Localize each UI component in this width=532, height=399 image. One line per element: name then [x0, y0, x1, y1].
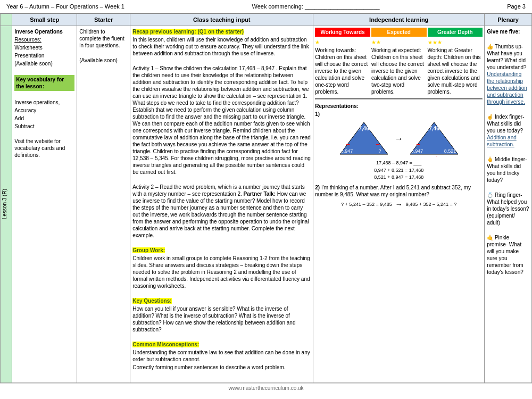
- rep1-triangles: 17,468 8,947 – ? – → 1: [315, 120, 483, 158]
- column-headers: Small step Starter Class teaching input …: [1, 14, 532, 26]
- small-step-cell: Inverse Operations Resources: Worksheets…: [12, 26, 77, 383]
- svg-text:–: –: [376, 140, 379, 148]
- plenary-header: Plenary: [485, 14, 532, 26]
- plenary-title: Give me five:: [487, 29, 520, 35]
- key-vocab-label: Key vocabulary for the lesson:: [14, 75, 74, 91]
- rep1-equations: 17,468 – 8,947 = ___ 8,947 + 8,521 = 17,…: [315, 160, 483, 181]
- triangle-left-svg: 17,468 8,947 – ? –: [337, 120, 390, 157]
- lesson-label: Lesson 3 (R): [1, 187, 9, 221]
- pinkie-label: 🤙 Pinkie promise- What will you make sur…: [487, 234, 529, 276]
- small-step-header: Small step: [12, 14, 77, 26]
- group-work-body: Children work in small groups to complet…: [132, 255, 311, 289]
- header-left: Year 6 – Autumn – Four Operations – Week…: [6, 3, 124, 10]
- rep2-arrow: →: [395, 200, 403, 209]
- svg-text:–: –: [416, 140, 420, 148]
- activity1: Activity 1 – Show the children the calcu…: [132, 65, 311, 176]
- wt-body: Working towards: Children on this sheet …: [315, 47, 370, 95]
- resource-presentation: Presentation: [14, 52, 74, 59]
- recap-body: In this lesson, children will use their …: [132, 36, 311, 57]
- lesson-label-cell: Lesson 3 (R): [1, 26, 12, 383]
- gd-content: ★★★ Working at Greater depth: Children o…: [428, 39, 483, 96]
- vocab-accuracy: Accuracy: [14, 107, 74, 114]
- main-row: Lesson 3 (R) Inverse Operations Resource…: [1, 26, 532, 383]
- rep2-eq2: 9,485 + 352 – 5,241 = ?: [406, 202, 457, 207]
- triangle-right-svg: 17,468 8,947 + 8,521 –: [408, 120, 461, 157]
- activity2-start: Activity 2 – Read the word problem, whic…: [132, 184, 311, 239]
- exp-star: ★★: [371, 39, 381, 45]
- exp-body: Working at expected: Children on this sh…: [371, 47, 427, 95]
- thumb-label: 👍 Thumbs up- What have you learnt? What …: [487, 43, 529, 105]
- footer-bar: www.masterthecurriculum.co.uk: [0, 383, 532, 393]
- vocab-add: Add: [14, 115, 74, 122]
- middle-label: 🖕 Middle finger- What skills did you fin…: [487, 156, 529, 184]
- greater-depth-label: Greater Depth: [428, 28, 483, 37]
- resources-label: Resources:: [14, 37, 41, 43]
- header-bar: Year 6 – Autumn – Four Operations – Week…: [0, 0, 532, 13]
- triangle-left: 17,468 8,947 – ? –: [337, 120, 390, 158]
- exp-content: ★★ Working at expected: Children on this…: [371, 39, 427, 96]
- thumb-link: Understanding the relationship between a…: [487, 71, 527, 105]
- wt-star: ★: [315, 39, 320, 45]
- gd-col: Greater Depth: [428, 28, 483, 37]
- small-step-title: Inverse Operations: [14, 29, 63, 35]
- indep-content-cols: ★ Working towards: Children on this shee…: [315, 39, 483, 96]
- misconception-body2: Correctly forming number sentences to de…: [132, 364, 311, 371]
- exp-col: Expected: [371, 28, 427, 37]
- starter-available: (Available soon): [79, 57, 128, 64]
- partner-talk: Partner Talk:: [244, 191, 276, 197]
- misconception-body1: Understanding the commutative law to see…: [132, 349, 311, 363]
- misconception-label: Common Misconceptions:: [132, 342, 199, 347]
- svg-text:–: –: [346, 140, 350, 148]
- resource-worksheets: Worksheets: [14, 44, 74, 51]
- representations-label: Representations:: [315, 103, 359, 109]
- lesson-col-header: [1, 14, 12, 26]
- rep2-text: I'm thinking of a number. After I add 5,…: [315, 185, 471, 197]
- gd-body: Working at Greater depth: Children on th…: [428, 47, 483, 95]
- wt-content: ★ Working towards: Children on this shee…: [315, 39, 370, 96]
- svg-text:17,468: 17,468: [426, 126, 442, 131]
- main-table: Small step Starter Class teaching input …: [0, 13, 532, 383]
- ring-label: 💍 Ring finger- What helped you in today'…: [487, 192, 529, 226]
- gd-star: ★★★: [428, 39, 442, 45]
- triangle-right: 17,468 8,947 + 8,521 –: [408, 120, 461, 158]
- index-label: ☝ Index finger- What skills did you use …: [487, 113, 529, 148]
- key-q-body: How can you tell if your answer is sensi…: [132, 305, 311, 333]
- visit-website: Visit the website for vocabulary cards a…: [14, 138, 74, 159]
- rep1-eq2: 8,947 + 8,521 = 17,468: [315, 168, 483, 174]
- vocab-inverse: Inverse operations,: [14, 99, 74, 106]
- rep2-equations: ? + 5,241 – 352 = 9,485 → 9,485 + 352 – …: [315, 200, 483, 209]
- independent-cell: Working Towards Expected Greater Depth ★…: [313, 26, 485, 383]
- rep1-eq1: 17,468 – 8,947 = ___: [315, 160, 483, 167]
- independent-header: Independent learning: [313, 14, 485, 26]
- svg-text:+: +: [435, 155, 438, 157]
- working-towards-label: Working Towards: [315, 28, 370, 37]
- rep2-eq1: ? + 5,241 – 352 = 9,485: [341, 202, 392, 207]
- svg-text:8,947: 8,947: [411, 148, 423, 154]
- available-soon: (Available soon): [14, 60, 74, 67]
- class-teaching-header: Class teaching input: [130, 14, 313, 26]
- rep1-eq3: 8,521 + 8,947 = 17,468: [315, 174, 483, 181]
- footer-text: www.masterthecurriculum.co.uk: [228, 385, 303, 391]
- header-right: Page 3: [507, 3, 526, 10]
- starter-text: Children to complete the fluent in four …: [79, 28, 128, 49]
- plenary-cell: Give me five: 👍 Thumbs up- What have you…: [485, 26, 532, 383]
- wt-col: Working Towards: [315, 28, 370, 37]
- arrow-right-1: →: [395, 134, 403, 144]
- svg-text:8,947: 8,947: [340, 148, 353, 154]
- group-work-label: Group Work:: [132, 247, 165, 253]
- starter-header: Starter: [77, 14, 130, 26]
- indep-header-bars: Working Towards Expected Greater Depth: [315, 28, 483, 37]
- svg-text:8,521: 8,521: [444, 148, 456, 154]
- svg-text:?: ?: [378, 148, 381, 154]
- rep2-label: 2) I'm thinking of a number. After I add…: [315, 184, 483, 198]
- representations-section: Representations: 1) 17,468 8,947 –: [315, 103, 483, 209]
- activity2-middle: How can we use inverse to find the value…: [132, 191, 309, 238]
- key-q-label: Key Questions:: [132, 298, 171, 304]
- svg-text:17,468: 17,468: [355, 126, 372, 131]
- expected-label: Expected: [371, 28, 427, 37]
- rep1-label: 1): [315, 111, 483, 118]
- class-teaching-cell: Recap previous learning: (Q1 on the star…: [130, 26, 313, 383]
- recap-label: Recap previous learning: (Q1 on the star…: [132, 29, 244, 35]
- header-center: Week commencing: _______________________: [252, 3, 379, 10]
- index-link: Addition and subtraction.: [487, 135, 517, 147]
